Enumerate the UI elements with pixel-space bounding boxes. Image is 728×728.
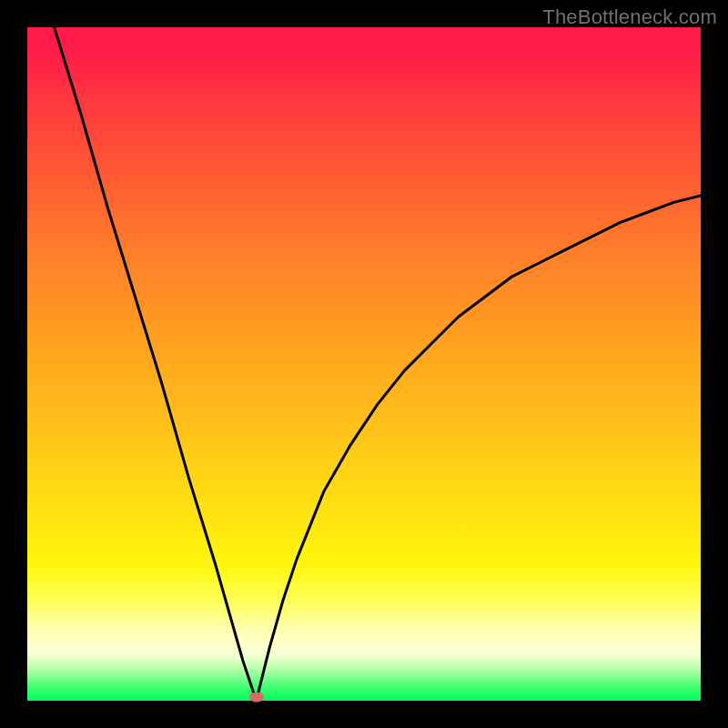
curve-svg: [27, 27, 701, 701]
curve-right-branch: [257, 196, 701, 701]
minimum-marker: [249, 693, 264, 703]
plot-area: [27, 27, 701, 701]
curve-left-branch: [55, 27, 257, 701]
watermark-text: TheBottleneck.com: [542, 5, 717, 29]
outer-frame: TheBottleneck.com: [0, 0, 728, 728]
